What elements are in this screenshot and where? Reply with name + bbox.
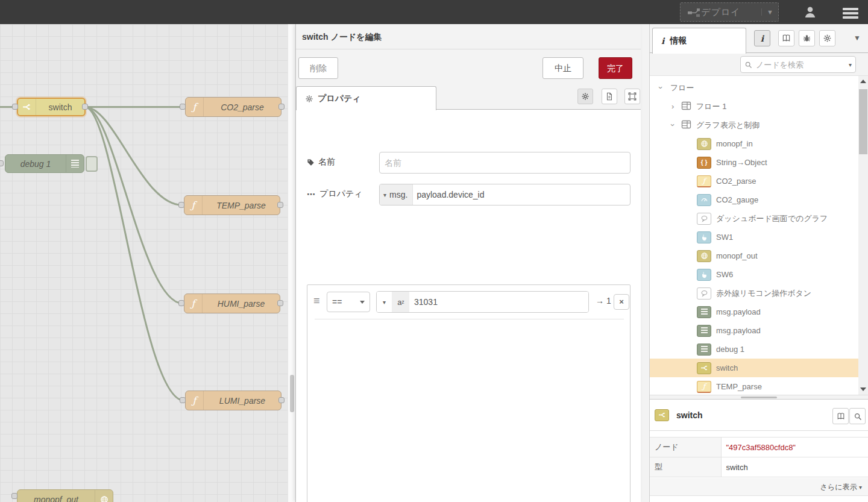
tree-resize-handle[interactable]	[650, 395, 868, 400]
tree-item-sw6[interactable]: SW6	[650, 265, 858, 284]
wires-layer	[0, 24, 288, 502]
tree-item-comment-remote[interactable]: 赤外線リモコン操作ボタン	[650, 284, 858, 303]
search-icon	[854, 412, 862, 421]
detail-find-button[interactable]	[849, 408, 866, 424]
tab-label: 情報	[670, 36, 687, 46]
port-in[interactable]	[180, 104, 186, 110]
cancel-button[interactable]: 中止	[542, 57, 583, 79]
sidebar-tabs-caret[interactable]: ▼	[854, 34, 861, 42]
user-button[interactable]	[803, 5, 817, 21]
sidebar-tab-bar: i 情報 i ▼	[650, 24, 868, 53]
node-debug-1[interactable]: debug 1	[5, 154, 84, 173]
port-out[interactable]	[277, 300, 283, 306]
sidebar-splitter[interactable]	[640, 24, 650, 502]
port-out[interactable]	[82, 104, 88, 110]
node-monopf-out[interactable]: monopf_out	[17, 489, 113, 502]
port-out[interactable]	[278, 397, 285, 403]
node-co2-parse[interactable]: ƒ CO2_parse	[185, 97, 281, 117]
scroll-down-arrow[interactable]	[860, 387, 866, 391]
tree-item-monopf-out[interactable]: monopf_out	[650, 246, 858, 265]
canvas-scrollbar[interactable]	[288, 24, 295, 502]
tree-item-flows-root[interactable]: › フロー	[650, 78, 858, 97]
tree-item-comment-dashboard[interactable]: ダッシュボード画面でのグラフ	[650, 209, 858, 228]
port-in[interactable]	[178, 300, 184, 306]
show-more-link[interactable]: さらに表示 ▾	[650, 478, 868, 496]
port-in[interactable]	[178, 202, 184, 208]
node-label: monopf_out	[17, 495, 95, 502]
sidebar-info-button[interactable]: i	[754, 30, 770, 46]
tab-info[interactable]: i 情報	[652, 28, 746, 54]
rule-remove-button[interactable]: ×	[614, 294, 629, 310]
rule-value-input[interactable]	[409, 292, 588, 312]
debug-enable-toggle[interactable]	[86, 156, 98, 172]
properties-view-button[interactable]	[577, 89, 593, 104]
detail-table: ノード "497c3af5880cfdc8" 型 switch	[650, 437, 868, 477]
grip-icon	[741, 397, 777, 398]
sidebar-help-button[interactable]	[778, 30, 794, 46]
node-temp-parse[interactable]: ƒ TEMP_parse	[184, 195, 280, 215]
tree-item-co2-gauge[interactable]: CO2_gauge	[650, 190, 858, 209]
appearance-view-button[interactable]	[624, 89, 640, 104]
port-in[interactable]	[0, 160, 4, 166]
done-button[interactable]: 完了	[599, 57, 632, 79]
group-select-icon	[628, 92, 637, 101]
tree-item-string-to-object[interactable]: { } String→Object	[650, 153, 858, 172]
tree-item-switch-selected[interactable]: switch	[650, 359, 858, 377]
property-input[interactable]: ▾ msg. payload.device_id	[379, 184, 631, 206]
name-input[interactable]	[379, 152, 631, 174]
tab-properties[interactable]: プロパティ	[296, 86, 436, 110]
deploy-options-caret[interactable]: ▼	[761, 8, 778, 16]
string-type-icon: az	[392, 292, 409, 312]
scroll-up-arrow[interactable]	[860, 80, 866, 83]
property-type-button[interactable]: ▾ msg.	[380, 184, 413, 205]
chevron-icon[interactable]: ›	[671, 102, 674, 111]
detail-help-button[interactable]	[832, 408, 849, 424]
globe-icon	[697, 138, 711, 150]
switch-fork-icon	[697, 362, 711, 374]
tree-item-msg-payload-1[interactable]: msg.payload	[650, 303, 858, 321]
tree-item-flow-graph[interactable]: › グラフ表示と制御	[650, 116, 858, 134]
tree-item-monopf-in[interactable]: monopf_in	[650, 134, 858, 153]
gear-icon	[305, 95, 313, 103]
node-switch[interactable]: switch	[17, 98, 86, 116]
port-out[interactable]	[277, 202, 283, 208]
port-in[interactable]	[12, 104, 18, 110]
sidebar-config-button[interactable]	[819, 30, 835, 46]
node-humi-parse[interactable]: ƒ HUMI_parse	[184, 293, 280, 313]
tree-item-msg-payload-2[interactable]: msg.payload	[650, 321, 858, 340]
node-search-box[interactable]: ▾	[740, 56, 856, 73]
chevron-icon[interactable]: ›	[656, 86, 665, 89]
detail-node-id: "497c3af5880cfdc8"	[721, 438, 868, 457]
rule-output-label: → 1	[596, 296, 611, 306]
rule-operator-value: ==	[332, 297, 342, 307]
delete-button[interactable]: 削除	[298, 57, 338, 79]
node-lumi-parse[interactable]: ƒ LUMI_parse	[185, 391, 281, 410]
flow-canvas[interactable]: switch debug 1 ƒ CO2_parse ƒ TEMP_parse …	[0, 24, 288, 502]
port-in[interactable]	[180, 397, 186, 403]
tree-item-label: CO2_gauge	[716, 195, 758, 204]
scrollbar-thumb[interactable]	[859, 89, 867, 154]
tray-tab-bar: プロパティ	[296, 86, 641, 110]
tree-scrollbar[interactable]	[858, 76, 868, 395]
sidebar-debug-button[interactable]	[799, 30, 815, 46]
scrollbar-thumb[interactable]	[290, 375, 294, 412]
port-in[interactable]	[11, 493, 17, 499]
description-view-button[interactable]	[602, 89, 617, 104]
tree-item-co2-parse[interactable]: ƒ CO2_parse	[650, 172, 858, 190]
property-path-value[interactable]: payload.device_id	[413, 184, 484, 205]
rule-operator-select[interactable]: ==	[327, 292, 370, 312]
show-more-label: さらに表示	[820, 483, 857, 491]
tray-content: 名前 ⋯ プロパティ ▾ msg. payload.device_id ≡ ==	[296, 110, 641, 502]
tree-item-debug-1[interactable]: debug 1	[650, 340, 858, 359]
gauge-icon	[697, 194, 711, 206]
tree-item-flow-1[interactable]: › フロー 1	[650, 97, 858, 116]
drag-handle-icon[interactable]: ≡	[313, 295, 320, 307]
node-search-input[interactable]	[756, 60, 845, 69]
deploy-button[interactable]: デプロイ ▼	[680, 2, 779, 22]
tree-item-sw1[interactable]: SW1	[650, 228, 858, 246]
main-menu-button[interactable]	[843, 6, 858, 20]
port-out[interactable]	[278, 104, 285, 110]
chevron-icon[interactable]: ›	[668, 124, 678, 126]
tree-item-temp-parse[interactable]: ƒ TEMP_parse	[650, 377, 858, 395]
rule-type-button[interactable]: ▾	[377, 292, 392, 312]
